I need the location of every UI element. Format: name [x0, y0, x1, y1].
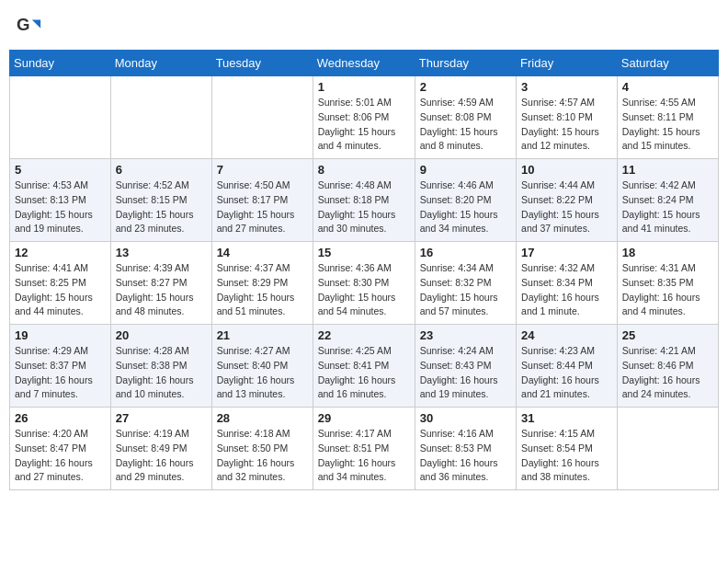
calendar-day-cell: 17 Sunrise: 4:32 AMSunset: 8:34 PMDaylig…: [517, 242, 618, 325]
calendar-day-cell: 24 Sunrise: 4:23 AMSunset: 8:44 PMDaylig…: [517, 325, 618, 408]
day-detail: Sunrise: 4:24 AMSunset: 8:43 PMDaylight:…: [420, 345, 498, 399]
day-number: 22: [318, 328, 410, 342]
day-detail: Sunrise: 4:37 AMSunset: 8:29 PMDaylight:…: [217, 262, 295, 316]
day-detail: Sunrise: 4:20 AMSunset: 8:47 PMDaylight:…: [15, 428, 93, 482]
day-detail: Sunrise: 4:15 AMSunset: 8:54 PMDaylight:…: [521, 428, 599, 482]
day-number: 2: [420, 80, 511, 94]
day-number: 14: [217, 246, 308, 259]
calendar-day-cell: 20 Sunrise: 4:28 AMSunset: 8:38 PMDaylig…: [110, 325, 211, 408]
day-number: 29: [318, 411, 410, 425]
day-detail: Sunrise: 4:18 AMSunset: 8:50 PMDaylight:…: [217, 428, 295, 482]
weekday-header: Sunday: [10, 51, 111, 76]
calendar-day-cell: 21 Sunrise: 4:27 AMSunset: 8:40 PMDaylig…: [211, 325, 313, 408]
day-detail: Sunrise: 4:19 AMSunset: 8:49 PMDaylight:…: [116, 428, 194, 482]
weekday-header: Saturday: [617, 51, 718, 76]
day-detail: Sunrise: 4:31 AMSunset: 8:35 PMDaylight:…: [622, 262, 700, 316]
calendar-day-cell: 3 Sunrise: 4:57 AMSunset: 8:10 PMDayligh…: [517, 76, 618, 159]
day-number: 23: [420, 328, 511, 342]
day-detail: Sunrise: 4:57 AMSunset: 8:10 PMDaylight:…: [521, 97, 599, 151]
calendar-day-cell: 6 Sunrise: 4:52 AMSunset: 8:15 PMDayligh…: [110, 159, 211, 242]
weekday-header: Wednesday: [313, 51, 415, 76]
day-number: 3: [521, 80, 612, 94]
day-detail: Sunrise: 4:27 AMSunset: 8:40 PMDaylight:…: [217, 345, 295, 399]
svg-text:G: G: [17, 15, 30, 34]
day-number: 19: [15, 328, 106, 342]
calendar-day-cell: 26 Sunrise: 4:20 AMSunset: 8:47 PMDaylig…: [10, 408, 111, 490]
calendar-day-cell: 19 Sunrise: 4:29 AMSunset: 8:37 PMDaylig…: [10, 325, 111, 408]
calendar-day-cell: 27 Sunrise: 4:19 AMSunset: 8:49 PMDaylig…: [110, 408, 211, 490]
day-detail: Sunrise: 4:42 AMSunset: 8:24 PMDaylight:…: [622, 179, 700, 234]
calendar-week-row: 26 Sunrise: 4:20 AMSunset: 8:47 PMDaylig…: [10, 408, 719, 490]
calendar-day-cell: 28 Sunrise: 4:18 AMSunset: 8:50 PMDaylig…: [211, 408, 313, 490]
calendar-day-cell: 15 Sunrise: 4:36 AMSunset: 8:30 PMDaylig…: [313, 242, 415, 325]
svg-marker-1: [32, 19, 40, 28]
calendar-day-cell: 16 Sunrise: 4:34 AMSunset: 8:32 PMDaylig…: [415, 242, 516, 325]
calendar-day-cell: 13 Sunrise: 4:39 AMSunset: 8:27 PMDaylig…: [110, 242, 211, 325]
day-detail: Sunrise: 4:59 AMSunset: 8:08 PMDaylight:…: [420, 97, 498, 151]
day-number: 20: [116, 328, 207, 342]
day-detail: Sunrise: 4:17 AMSunset: 8:51 PMDaylight:…: [318, 428, 396, 482]
day-number: 17: [521, 246, 612, 259]
day-number: 21: [217, 328, 308, 342]
calendar-day-cell: 22 Sunrise: 4:25 AMSunset: 8:41 PMDaylig…: [313, 325, 415, 408]
calendar-day-cell: [10, 76, 111, 159]
calendar-day-cell: 31 Sunrise: 4:15 AMSunset: 8:54 PMDaylig…: [517, 408, 618, 490]
calendar-day-cell: 23 Sunrise: 4:24 AMSunset: 8:43 PMDaylig…: [415, 325, 516, 408]
calendar-day-cell: 18 Sunrise: 4:31 AMSunset: 8:35 PMDaylig…: [617, 242, 718, 325]
weekday-header: Monday: [110, 51, 211, 76]
day-number: 16: [420, 246, 511, 259]
day-number: 9: [420, 163, 511, 177]
day-number: 26: [15, 411, 106, 425]
day-detail: Sunrise: 4:29 AMSunset: 8:37 PMDaylight:…: [15, 345, 93, 399]
day-detail: Sunrise: 4:36 AMSunset: 8:30 PMDaylight:…: [318, 262, 396, 316]
weekday-header: Thursday: [415, 51, 516, 76]
calendar-table: SundayMondayTuesdayWednesdayThursdayFrid…: [9, 50, 719, 490]
day-number: 25: [622, 328, 713, 342]
day-number: 27: [116, 411, 207, 425]
day-number: 1: [318, 80, 410, 94]
day-number: 6: [116, 163, 207, 177]
day-detail: Sunrise: 4:55 AMSunset: 8:11 PMDaylight:…: [622, 97, 700, 151]
calendar-header-row: SundayMondayTuesdayWednesdayThursdayFrid…: [10, 51, 719, 76]
calendar-day-cell: 10 Sunrise: 4:44 AMSunset: 8:22 PMDaylig…: [517, 159, 618, 242]
day-detail: Sunrise: 4:41 AMSunset: 8:25 PMDaylight:…: [15, 262, 93, 316]
day-detail: Sunrise: 5:01 AMSunset: 8:06 PMDaylight:…: [318, 97, 396, 151]
day-number: 31: [521, 411, 612, 425]
day-detail: Sunrise: 4:50 AMSunset: 8:17 PMDaylight:…: [217, 179, 295, 234]
page-header: G: [9, 9, 719, 42]
day-detail: Sunrise: 4:39 AMSunset: 8:27 PMDaylight:…: [116, 262, 194, 316]
calendar-day-cell: [617, 408, 718, 490]
day-detail: Sunrise: 4:23 AMSunset: 8:44 PMDaylight:…: [521, 345, 599, 399]
calendar-day-cell: [211, 76, 313, 159]
logo: G: [17, 13, 46, 39]
day-detail: Sunrise: 4:48 AMSunset: 8:18 PMDaylight:…: [318, 179, 396, 234]
day-number: 28: [217, 411, 308, 425]
day-number: 8: [318, 163, 410, 177]
day-detail: Sunrise: 4:16 AMSunset: 8:53 PMDaylight:…: [420, 428, 498, 482]
day-detail: Sunrise: 4:32 AMSunset: 8:34 PMDaylight:…: [521, 262, 599, 316]
day-detail: Sunrise: 4:28 AMSunset: 8:38 PMDaylight:…: [116, 345, 194, 399]
weekday-header: Friday: [517, 51, 618, 76]
day-detail: Sunrise: 4:46 AMSunset: 8:20 PMDaylight:…: [420, 179, 498, 234]
day-number: 15: [318, 246, 410, 259]
calendar-day-cell: 30 Sunrise: 4:16 AMSunset: 8:53 PMDaylig…: [415, 408, 516, 490]
calendar-day-cell: 7 Sunrise: 4:50 AMSunset: 8:17 PMDayligh…: [211, 159, 313, 242]
calendar-week-row: 5 Sunrise: 4:53 AMSunset: 8:13 PMDayligh…: [10, 159, 719, 242]
day-detail: Sunrise: 4:53 AMSunset: 8:13 PMDaylight:…: [15, 179, 93, 234]
day-detail: Sunrise: 4:21 AMSunset: 8:46 PMDaylight:…: [622, 345, 700, 399]
calendar-day-cell: 4 Sunrise: 4:55 AMSunset: 8:11 PMDayligh…: [617, 76, 718, 159]
calendar-day-cell: 12 Sunrise: 4:41 AMSunset: 8:25 PMDaylig…: [10, 242, 111, 325]
calendar-day-cell: 1 Sunrise: 5:01 AMSunset: 8:06 PMDayligh…: [313, 76, 415, 159]
day-number: 5: [15, 163, 106, 177]
day-number: 11: [622, 163, 713, 177]
calendar-day-cell: 9 Sunrise: 4:46 AMSunset: 8:20 PMDayligh…: [415, 159, 516, 242]
calendar-week-row: 1 Sunrise: 5:01 AMSunset: 8:06 PMDayligh…: [10, 76, 719, 159]
calendar-day-cell: 2 Sunrise: 4:59 AMSunset: 8:08 PMDayligh…: [415, 76, 516, 159]
day-number: 12: [15, 246, 106, 259]
day-detail: Sunrise: 4:34 AMSunset: 8:32 PMDaylight:…: [420, 262, 498, 316]
day-number: 18: [622, 246, 713, 259]
calendar-day-cell: 8 Sunrise: 4:48 AMSunset: 8:18 PMDayligh…: [313, 159, 415, 242]
day-number: 7: [217, 163, 308, 177]
day-number: 10: [521, 163, 612, 177]
day-detail: Sunrise: 4:25 AMSunset: 8:41 PMDaylight:…: [318, 345, 396, 399]
